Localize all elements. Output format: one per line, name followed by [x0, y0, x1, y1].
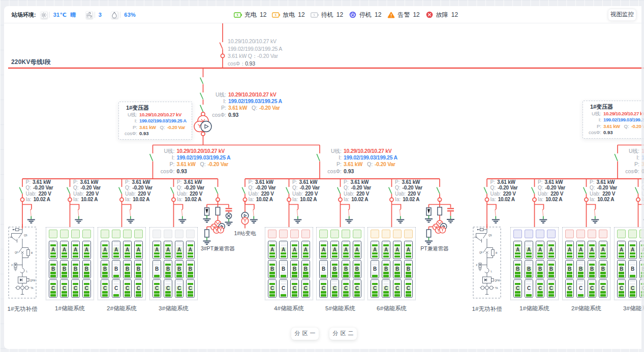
- pcs-status-indicator[interactable]: [525, 230, 533, 238]
- battery-cluster-cell[interactable]: C: [152, 279, 161, 298]
- battery-cluster-cell[interactable]: A: [513, 241, 522, 259]
- zone-button[interactable]: 分区二: [329, 328, 357, 340]
- battery-cluster-cell[interactable]: A: [382, 241, 390, 259]
- battery-cluster-cell[interactable]: C: [175, 279, 183, 298]
- battery-cluster-cell[interactable]: A: [393, 241, 401, 259]
- pcs-status-indicator[interactable]: [513, 230, 522, 238]
- battery-cluster-cell[interactable]: C: [599, 279, 607, 298]
- battery-cluster-cell[interactable]: C: [330, 279, 339, 298]
- battery-cluster-cell[interactable]: A: [565, 241, 573, 259]
- battery-cluster-cell[interactable]: A: [186, 241, 194, 259]
- battery-cluster-cell[interactable]: A: [319, 241, 327, 259]
- pcs-status-indicator[interactable]: [628, 230, 636, 238]
- battery-cluster-cell[interactable]: C: [319, 279, 327, 298]
- pcs-status-indicator[interactable]: [82, 230, 90, 238]
- battery-cluster-cell[interactable]: C: [342, 279, 350, 298]
- battery-cluster-cell[interactable]: A: [82, 241, 90, 259]
- battery-cluster-cell[interactable]: A: [599, 241, 607, 259]
- battery-cluster-cell[interactable]: B: [371, 260, 379, 278]
- pcs-status-indicator[interactable]: [576, 230, 585, 238]
- battery-cluster-cell[interactable]: A: [290, 241, 298, 259]
- battery-cluster-cell[interactable]: B: [279, 260, 287, 278]
- battery-cluster-cell[interactable]: C: [628, 279, 636, 298]
- pcs-status-indicator[interactable]: [134, 230, 142, 238]
- battery-cluster-cell[interactable]: B: [513, 260, 522, 278]
- battery-cluster-cell[interactable]: B: [353, 260, 361, 278]
- pcs-status-indicator[interactable]: [49, 230, 57, 238]
- battery-cluster-cell[interactable]: A: [101, 241, 109, 259]
- pcs-status-indicator[interactable]: [101, 230, 109, 238]
- battery-cluster-cell[interactable]: A: [617, 241, 625, 259]
- battery-cluster-cell[interactable]: A: [525, 241, 533, 259]
- battery-cluster-cell[interactable]: B: [628, 260, 636, 278]
- pcs-status-indicator[interactable]: [330, 230, 339, 238]
- scrollbar-gutter[interactable]: [641, 6, 644, 349]
- battery-cluster-cell[interactable]: A: [547, 241, 555, 259]
- battery-cluster-cell[interactable]: B: [382, 260, 390, 278]
- battery-cluster-cell[interactable]: A: [330, 241, 339, 259]
- battery-cluster-cell[interactable]: C: [290, 279, 298, 298]
- battery-cluster-cell[interactable]: B: [60, 260, 68, 278]
- storage-container[interactable]: AAAABBBBCCCC: [46, 227, 95, 300]
- battery-cluster-cell[interactable]: C: [547, 279, 555, 298]
- pcs-status-indicator[interactable]: [71, 230, 79, 238]
- pcs-status-indicator[interactable]: [588, 230, 596, 238]
- pcs-status-indicator[interactable]: [123, 230, 131, 238]
- battery-cluster-cell[interactable]: C: [404, 279, 412, 298]
- battery-cluster-cell[interactable]: B: [175, 260, 183, 278]
- battery-cluster-cell[interactable]: B: [290, 260, 298, 278]
- battery-cluster-cell[interactable]: A: [134, 241, 142, 259]
- battery-cluster-cell[interactable]: A: [123, 241, 131, 259]
- storage-container[interactable]: AAAABBBBCCCC: [316, 227, 365, 300]
- battery-cluster-cell[interactable]: C: [565, 279, 573, 298]
- battery-cluster-cell[interactable]: B: [186, 260, 194, 278]
- pcs-status-indicator[interactable]: [565, 230, 573, 238]
- storage-container[interactable]: AAAABBBBCCCC: [149, 227, 198, 300]
- battery-cluster-cell[interactable]: C: [513, 279, 522, 298]
- pcs-status-indicator[interactable]: [353, 230, 361, 238]
- battery-cluster-cell[interactable]: C: [576, 279, 585, 298]
- pcs-status-indicator[interactable]: [186, 230, 194, 238]
- battery-cluster-cell[interactable]: A: [536, 241, 544, 259]
- battery-cluster-cell[interactable]: C: [49, 279, 57, 298]
- battery-cluster-cell[interactable]: A: [588, 241, 596, 259]
- pcs-status-indicator[interactable]: [268, 230, 276, 238]
- battery-cluster-cell[interactable]: A: [342, 241, 350, 259]
- pcs-status-indicator[interactable]: [404, 230, 412, 238]
- battery-cluster-cell[interactable]: B: [576, 260, 585, 278]
- battery-cluster-cell[interactable]: B: [342, 260, 350, 278]
- battery-cluster-cell[interactable]: A: [371, 241, 379, 259]
- battery-cluster-cell[interactable]: C: [353, 279, 361, 298]
- battery-cluster-cell[interactable]: B: [330, 260, 339, 278]
- zone-button[interactable]: 分区一: [291, 328, 319, 340]
- battery-cluster-cell[interactable]: B: [301, 260, 310, 278]
- battery-cluster-cell[interactable]: C: [112, 279, 120, 298]
- battery-cluster-cell[interactable]: C: [617, 279, 625, 298]
- battery-cluster-cell[interactable]: C: [60, 279, 68, 298]
- battery-cluster-cell[interactable]: C: [71, 279, 79, 298]
- battery-cluster-cell[interactable]: B: [82, 260, 90, 278]
- pcs-status-indicator[interactable]: [319, 230, 327, 238]
- battery-cluster-cell[interactable]: C: [279, 279, 287, 298]
- battery-cluster-cell[interactable]: C: [186, 279, 194, 298]
- battery-cluster-cell[interactable]: A: [628, 241, 636, 259]
- pcs-status-indicator[interactable]: [175, 230, 183, 238]
- pcs-status-indicator[interactable]: [599, 230, 607, 238]
- battery-cluster-cell[interactable]: B: [536, 260, 544, 278]
- battery-cluster-cell[interactable]: C: [393, 279, 401, 298]
- pcs-status-indicator[interactable]: [279, 230, 287, 238]
- pcs-status-indicator[interactable]: [301, 230, 310, 238]
- battery-cluster-cell[interactable]: A: [49, 241, 57, 259]
- pcs-status-indicator[interactable]: [617, 230, 625, 238]
- pcs-status-indicator[interactable]: [393, 230, 401, 238]
- battery-cluster-cell[interactable]: C: [371, 279, 379, 298]
- battery-cluster-cell[interactable]: C: [588, 279, 596, 298]
- battery-cluster-cell[interactable]: B: [268, 260, 276, 278]
- battery-cluster-cell[interactable]: B: [152, 260, 161, 278]
- battery-cluster-cell[interactable]: B: [565, 260, 573, 278]
- battery-cluster-cell[interactable]: A: [60, 241, 68, 259]
- storage-container[interactable]: AAAABBBBCCCC: [98, 227, 146, 300]
- battery-cluster-cell[interactable]: C: [525, 279, 533, 298]
- battery-cluster-cell[interactable]: A: [152, 241, 161, 259]
- storage-container[interactable]: AAAABBBBCCCC: [614, 227, 644, 300]
